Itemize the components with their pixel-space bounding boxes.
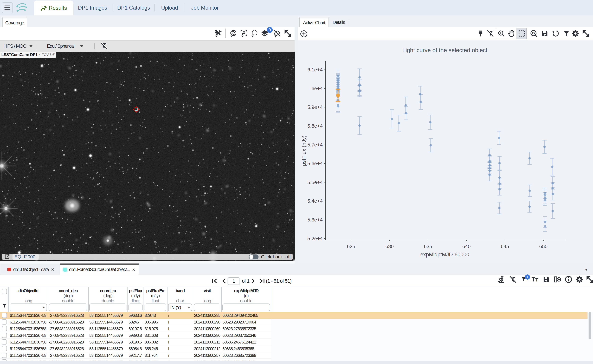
svg-text:5.3e+4: 5.3e+4 — [307, 217, 323, 222]
svg-text:630: 630 — [386, 244, 394, 249]
svg-text:T: T — [535, 277, 538, 282]
svg-text:5.5e+4: 5.5e+4 — [307, 180, 323, 185]
svg-text:5.9e+4: 5.9e+4 — [307, 104, 323, 110]
svg-text:5.6e+4: 5.6e+4 — [307, 161, 323, 166]
svg-text:635: 635 — [424, 244, 432, 249]
svg-text:645: 645 — [501, 244, 509, 249]
svg-text:6.1e+4: 6.1e+4 — [307, 67, 323, 72]
svg-text:expMidptMJD-60000: expMidptMJD-60000 — [420, 252, 469, 258]
svg-text:640: 640 — [462, 244, 471, 249]
svg-text:5.7e+4: 5.7e+4 — [307, 142, 323, 148]
svg-text:650: 650 — [539, 244, 547, 249]
svg-text:5.2e+4: 5.2e+4 — [307, 236, 323, 241]
svg-text:psfFlux (nJy): psfFlux (nJy) — [301, 136, 307, 166]
svg-text:5.4e+4: 5.4e+4 — [307, 198, 323, 204]
svg-text:Light curve of the selected ob: Light curve of the selected object — [402, 47, 487, 53]
svg-text:T: T — [532, 276, 535, 283]
svg-text:625: 625 — [347, 244, 355, 249]
svg-text:6e+4: 6e+4 — [312, 86, 323, 91]
svg-text:5.8e+4: 5.8e+4 — [307, 123, 323, 129]
svg-text:1X: 1X — [532, 32, 535, 35]
